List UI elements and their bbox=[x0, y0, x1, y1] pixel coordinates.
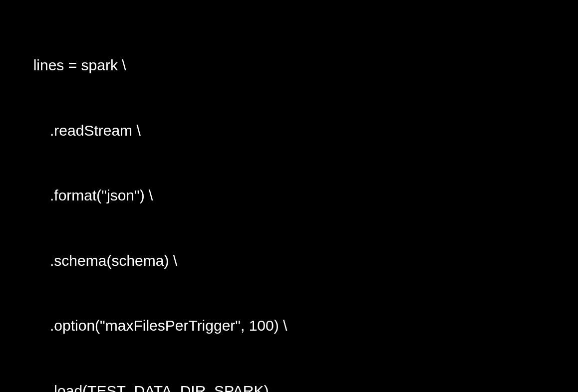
code-line: .schema(schema) \ bbox=[25, 250, 578, 272]
code-line: .format("json") \ bbox=[25, 185, 578, 206]
code-line: .readStream \ bbox=[25, 120, 578, 142]
code-block: lines = spark \ .readStream \ .format("j… bbox=[0, 0, 578, 392]
code-line: .load(TEST_DATA_DIR_SPARK) bbox=[25, 380, 578, 392]
code-line: lines = spark \ bbox=[25, 54, 578, 76]
code-line: .option("maxFilesPerTrigger", 100) \ bbox=[25, 315, 578, 337]
